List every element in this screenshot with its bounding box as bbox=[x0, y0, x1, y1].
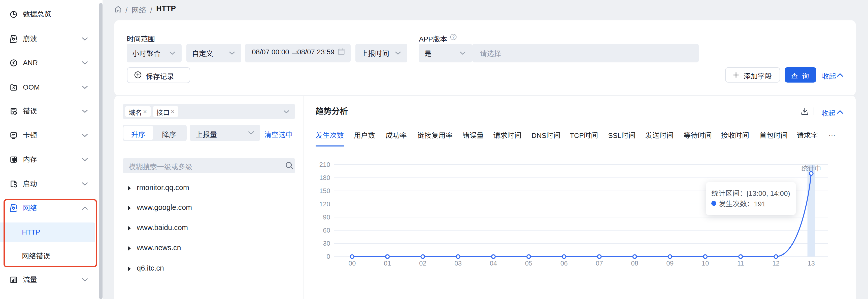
svg-text:120: 120 bbox=[319, 200, 330, 208]
svg-text:统计中: 统计中 bbox=[802, 165, 821, 172]
svg-text:11: 11 bbox=[737, 260, 744, 267]
svg-text:0: 0 bbox=[327, 253, 330, 260]
svg-text:08: 08 bbox=[631, 260, 638, 267]
svg-text:180: 180 bbox=[319, 174, 330, 181]
svg-text:60: 60 bbox=[323, 227, 330, 234]
svg-text:30: 30 bbox=[323, 240, 330, 247]
svg-text:12: 12 bbox=[772, 260, 780, 267]
svg-text:03: 03 bbox=[455, 260, 462, 267]
svg-text:13: 13 bbox=[808, 260, 815, 267]
svg-text:05: 05 bbox=[525, 260, 532, 267]
svg-text:09: 09 bbox=[666, 260, 674, 267]
svg-text:00: 00 bbox=[349, 260, 356, 267]
svg-text:02: 02 bbox=[419, 260, 427, 267]
svg-text:90: 90 bbox=[323, 213, 330, 221]
svg-text:210: 210 bbox=[319, 161, 330, 168]
svg-text:10: 10 bbox=[702, 260, 709, 267]
svg-text:150: 150 bbox=[319, 187, 330, 195]
svg-text:04: 04 bbox=[490, 260, 497, 267]
svg-text:06: 06 bbox=[560, 260, 568, 267]
svg-text:07: 07 bbox=[596, 260, 603, 267]
svg-text:?: ? bbox=[452, 35, 455, 39]
svg-text:01: 01 bbox=[384, 260, 391, 267]
